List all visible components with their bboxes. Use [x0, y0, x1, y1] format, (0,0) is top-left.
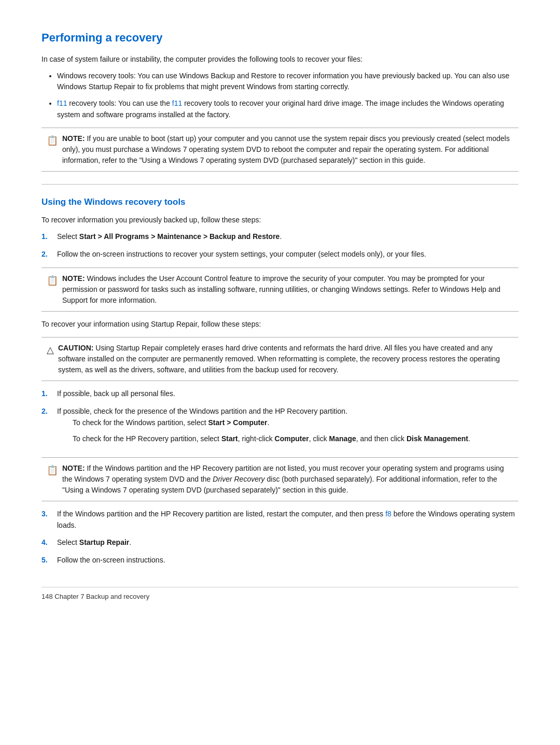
bullet-2-link-mid: f11	[172, 99, 182, 107]
page-title: Performing a recovery	[41, 31, 519, 45]
step-s3-3-num: 3.	[41, 509, 52, 531]
step-item: 1. If possible, back up all personal fil…	[41, 388, 519, 400]
note-icon-1: 📋	[47, 134, 58, 148]
footer-text: 148 Chapter 7 Backup and recovery	[41, 593, 149, 600]
step-item: 5. Follow the on-screen instructions.	[41, 555, 519, 566]
step-1-text: Select Start > All Programs > Maintenanc…	[57, 231, 282, 243]
bullets-list: Windows recovery tools: You can use Wind…	[57, 71, 519, 121]
sub-p1-bold: Start > Computer	[208, 418, 267, 427]
bullet-2-text-before: recovery tools: You can use the	[67, 99, 172, 107]
note-3-content: NOTE: If the Windows partition and the H…	[62, 463, 511, 496]
list-item: f11 recovery tools: You can use the f11 …	[57, 98, 519, 120]
step-2-num: 2.	[41, 249, 52, 260]
sub-p2-bold3: Manage	[329, 434, 356, 443]
step-s3-3-link: f8	[385, 510, 391, 518]
note-1-content: NOTE: If you are unable to boot (start u…	[62, 133, 511, 166]
note-2-text: Windows includes the User Account Contro…	[62, 274, 500, 304]
sub-paragraph-2: To check for the HP Recovery partition, …	[73, 433, 470, 445]
sub-paragraph-1: To check for the Windows partition, sele…	[73, 417, 470, 429]
caution-label: CAUTION:	[58, 344, 93, 352]
step-s3-4-text: Select Startup Repair.	[57, 537, 131, 549]
caution-box: △ CAUTION: Using Startup Repair complete…	[41, 337, 519, 381]
sub-p2-bold4: Disk Management	[407, 434, 468, 443]
step-s3-5-text: Follow the on-screen instructions.	[57, 555, 165, 566]
step-1-bold: Start > All Programs > Maintenance > Bac…	[79, 232, 280, 241]
note-icon-2: 📋	[47, 274, 58, 288]
step-item: 2. If possible, check for the presence o…	[41, 406, 519, 450]
caution-text: Using Startup Repair completely erases h…	[58, 344, 500, 374]
step-s2-1-num: 1.	[41, 388, 52, 400]
note-icon-3: 📋	[47, 463, 58, 477]
note-box-3: 📋 NOTE: If the Windows partition and the…	[41, 457, 519, 501]
step-s2-2-text: If possible, check for the presence of t…	[57, 406, 470, 450]
note-3-label: NOTE:	[62, 464, 85, 472]
caution-icon: △	[47, 343, 54, 357]
section-divider	[41, 184, 519, 185]
steps-list-1: 1. Select Start > All Programs > Mainten…	[41, 231, 519, 260]
step-item: 1. Select Start > All Programs > Mainten…	[41, 231, 519, 243]
caution-content: CAUTION: Using Startup Repair completely…	[58, 343, 511, 375]
note-1-text: If you are unable to boot (start up) you…	[62, 134, 510, 164]
steps-list-2: 1. If possible, back up all personal fil…	[41, 388, 519, 450]
note-2-content: NOTE: Windows includes the User Account …	[62, 273, 511, 306]
step-s3-4-num: 4.	[41, 537, 52, 549]
step-s3-5-num: 5.	[41, 555, 52, 566]
note-box-1: 📋 NOTE: If you are unable to boot (start…	[41, 128, 519, 172]
sub-p2-bold2: Computer	[275, 434, 309, 443]
step-s3-3-text: If the Windows partition and the HP Reco…	[57, 509, 519, 531]
note-1-label: NOTE:	[62, 134, 85, 143]
step-item: 3. If the Windows partition and the HP R…	[41, 509, 519, 531]
step-item: 2. Follow the on-screen instructions to …	[41, 249, 519, 260]
step-1-num: 1.	[41, 231, 52, 243]
list-item: Windows recovery tools: You can use Wind…	[57, 71, 519, 93]
subsection-intro: To recover information you previously ba…	[41, 215, 519, 226]
intro-paragraph: In case of system failure or instability…	[41, 54, 519, 65]
startup-repair-intro: To recover your information using Startu…	[41, 319, 519, 330]
footer: 148 Chapter 7 Backup and recovery	[41, 587, 519, 600]
step-s2-1-text: If possible, back up all personal files.	[57, 388, 175, 400]
subsection-title: Using the Windows recovery tools	[41, 197, 519, 207]
note-2-label: NOTE:	[62, 274, 85, 283]
note-box-2: 📋 NOTE: Windows includes the User Accoun…	[41, 268, 519, 312]
step-s3-4-bold: Startup Repair	[79, 538, 129, 546]
bullet-2-link-before: f11	[57, 99, 67, 107]
note-3-italic: Driver Recovery	[213, 475, 264, 483]
sub-p2-bold1: Start	[221, 434, 238, 443]
step-s2-2-main: If possible, check for the presence of t…	[57, 407, 347, 415]
bullet-1-text: Windows recovery tools: You can use Wind…	[57, 72, 509, 91]
step-2-text: Follow the on-screen instructions to rec…	[57, 249, 426, 260]
step-item: 4. Select Startup Repair.	[41, 537, 519, 549]
steps-list-3: 3. If the Windows partition and the HP R…	[41, 509, 519, 566]
step-s2-2-num: 2.	[41, 406, 52, 450]
